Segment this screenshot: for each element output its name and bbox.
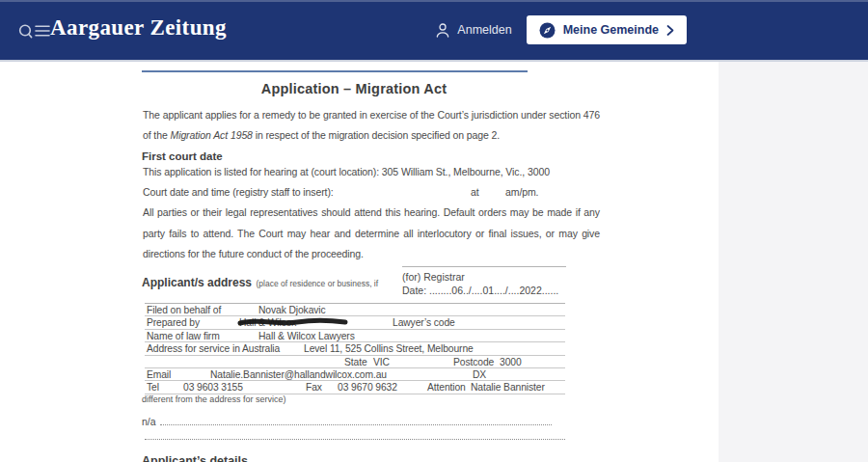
migration-act-form: Application – Migration Act The applican…: [0, 62, 719, 462]
state-label: State: [344, 357, 367, 367]
table-row-prepared: Prepared by Hall & Wilcox Lawyer’s code: [145, 316, 565, 329]
court-date-time-row: Court date and time (registry staff to i…: [143, 186, 577, 198]
login-label: Anmelden: [457, 23, 511, 37]
na-row: n/a: [142, 416, 552, 427]
firm-value: Hall & Wilcox Lawyers: [258, 331, 355, 341]
brand-logo[interactable]: Aargauer Zeitung: [50, 15, 227, 41]
compass-icon: [539, 22, 556, 39]
intro-post: in respect of the migration decision spe…: [253, 129, 500, 141]
chevron-right-icon: [666, 25, 674, 36]
table-row-email: Email Natalie.Bannister@hallandwilcox.co…: [145, 368, 565, 381]
top-divider-line: [142, 70, 528, 72]
table-row-service-address: Address for service in Australia Level 1…: [145, 342, 565, 355]
browser-viewport: Aargauer Zeitung Anmelden Meine Gemeinde: [0, 0, 868, 462]
meine-gemeinde-label: Meine Gemeinde: [563, 23, 659, 37]
search-menu-button[interactable]: [18, 22, 51, 41]
ampm-label: am/pm.: [505, 186, 538, 198]
right-gray-panel: [719, 62, 868, 462]
registrar-block: (for) Registrar Date: ........06../....0…: [402, 266, 566, 297]
lawyers-code-label: Lawyer’s code: [393, 317, 455, 328]
applicant-address-heading: Applicant/s address (place of residence …: [142, 273, 378, 290]
intro-act-name: Migration Act 1958: [171, 129, 253, 141]
hearing-location-line: This application is listed for hearing a…: [143, 166, 625, 177]
attention-value: Natalie Bannister: [471, 382, 545, 393]
postcode-value: 3000: [500, 357, 522, 367]
email-value: Natalie.Bannister@hallandwilcox.com.au: [210, 369, 387, 380]
applicant-address-note: (place of residence or business, if: [257, 279, 379, 288]
fax-value: 03 9670 9632: [338, 382, 397, 393]
filed-label: Filed on behalf of: [147, 305, 221, 315]
login-button[interactable]: Anmelden: [435, 22, 511, 39]
meine-gemeinde-button[interactable]: Meine Gemeinde: [527, 15, 687, 44]
postcode-label: Postcode: [453, 357, 494, 367]
first-court-date-heading: First court date: [142, 150, 223, 162]
document-title: Application – Migration Act: [142, 81, 566, 96]
search-menu-icon: [18, 22, 51, 41]
service-value: Level 11, 525 Collins Street, Melbourne: [304, 343, 474, 354]
tel-label: Tel: [147, 382, 159, 393]
court-date-time-label: Court date and time (registry staff to i…: [143, 186, 334, 198]
applicant-address-title: Applicant/s address: [142, 276, 252, 289]
dx-label: DX: [473, 369, 486, 380]
prepared-label: Prepared by: [147, 317, 200, 328]
registrar-for-label: (for) Registrar: [402, 270, 566, 284]
filed-value: Novak Djokavic: [258, 305, 326, 315]
user-icon: [435, 22, 450, 39]
table-row-state-postcode: State VIC Postcode 3000: [145, 356, 565, 368]
marker-annotation: [237, 316, 348, 328]
table-row-firm: Name of law firm Hall & Wilcox Lawyers: [145, 330, 565, 342]
applicants-details-heading: Applicant’s details: [142, 454, 248, 462]
address-note-continued: different from the address for service): [142, 394, 285, 404]
attendance-paragraph: All parties or their legal representativ…: [143, 203, 600, 265]
at-label: at: [471, 186, 479, 198]
state-value: VIC: [373, 357, 390, 367]
tel-value: 03 9603 3155: [183, 382, 243, 393]
document-page: Application – Migration Act The applican…: [0, 62, 719, 462]
attention-label: Attention: [427, 382, 466, 393]
firm-label: Name of law firm: [147, 331, 220, 341]
table-row-tel-fax: Tel 03 9603 3155 Fax 03 9670 9632 Attent…: [145, 381, 565, 394]
service-details-table: Filed on behalf of Novak Djokavic Prepar…: [145, 303, 565, 394]
registrar-date-line: Date: ........06../....01..../....2022..…: [402, 284, 566, 297]
service-label: Address for service in Australia: [147, 343, 280, 354]
dotted-line: [160, 416, 552, 425]
header-actions: Anmelden Meine Gemeinde: [435, 0, 687, 60]
na-value: n/a: [142, 416, 156, 427]
intro-paragraph: The applicant applies for a remedy to be…: [143, 105, 600, 146]
dotted-line: [145, 439, 565, 440]
fax-label: Fax: [306, 382, 322, 393]
table-row-filed: Filed on behalf of Novak Djokavic: [145, 304, 565, 316]
site-header: Aargauer Zeitung Anmelden Meine Gemeinde: [0, 0, 868, 62]
email-label: Email: [147, 369, 171, 380]
